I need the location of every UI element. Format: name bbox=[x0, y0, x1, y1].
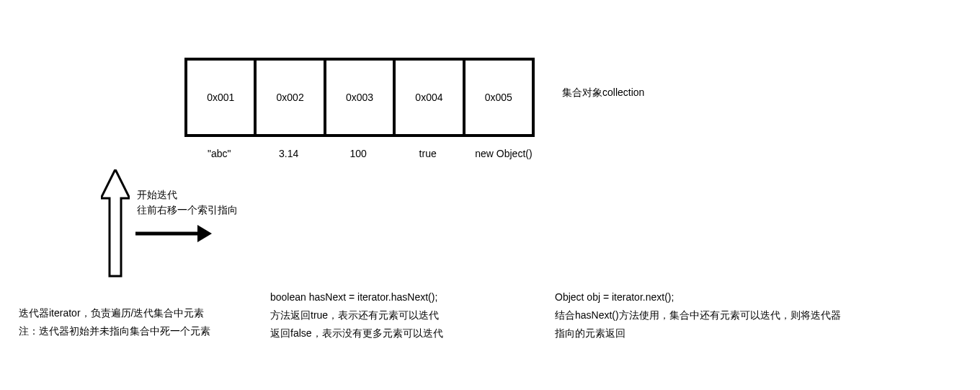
svg-marker-0 bbox=[101, 169, 130, 276]
hasnext-line1: 方法返回true，表示还有元素可以迭代 bbox=[270, 306, 530, 324]
value-4: new Object() bbox=[463, 148, 545, 159]
next-code: Object obj = iterator.next(); bbox=[555, 288, 843, 306]
up-arrow-icon bbox=[101, 169, 130, 280]
next-description: Object obj = iterator.next(); 结合hasNext(… bbox=[555, 288, 843, 343]
hasnext-description: boolean hasNext = iterator.hasNext(); 方法… bbox=[270, 288, 530, 343]
iter-line2: 往前右移一个索引指向 bbox=[137, 203, 238, 218]
hasnext-line2: 返回false，表示没有更多元素可以迭代 bbox=[270, 324, 530, 342]
next-line1: 结合hasNext()方法使用，集合中还有元素可以迭代，则将迭代器指向的元素返回 bbox=[555, 306, 843, 342]
value-3: true bbox=[393, 148, 462, 159]
iterator-description: 迭代器iterator，负责遍历/迭代集合中元素 注：迭代器初始并未指向集合中死… bbox=[19, 304, 213, 340]
collection-box: 0x001 0x002 0x003 0x004 0x005 bbox=[184, 58, 535, 137]
iterator-desc-line2: 注：迭代器初始并未指向集合中死一个元素 bbox=[19, 322, 213, 340]
hasnext-code: boolean hasNext = iterator.hasNext(); bbox=[270, 288, 530, 306]
right-arrow-icon bbox=[134, 219, 213, 250]
iter-line1: 开始迭代 bbox=[137, 187, 238, 203]
iteration-labels: 开始迭代 往前右移一个索引指向 bbox=[137, 187, 238, 218]
collection-label: 集合对象collection bbox=[562, 87, 644, 99]
cell-4: 0x005 bbox=[466, 61, 532, 134]
values-row: "abc" 3.14 100 true new Object() bbox=[184, 148, 545, 159]
cell-0: 0x001 bbox=[187, 61, 257, 134]
cell-1: 0x002 bbox=[257, 61, 326, 134]
iterator-desc-line1: 迭代器iterator，负责遍历/迭代集合中元素 bbox=[19, 304, 213, 322]
cell-2: 0x003 bbox=[326, 61, 396, 134]
cell-3: 0x004 bbox=[396, 61, 465, 134]
value-0: "abc" bbox=[184, 148, 254, 159]
value-2: 100 bbox=[324, 148, 393, 159]
svg-marker-2 bbox=[197, 225, 212, 242]
value-1: 3.14 bbox=[254, 148, 323, 159]
